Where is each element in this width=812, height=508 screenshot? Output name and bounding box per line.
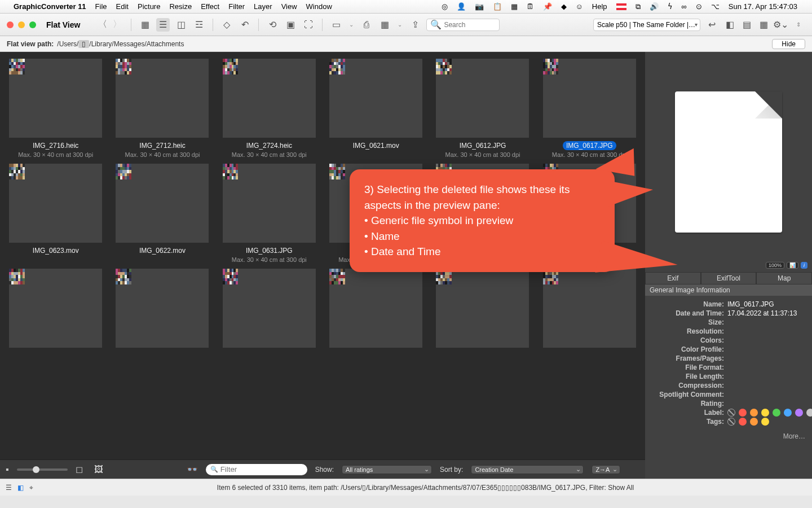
thumbnail-item[interactable]: IMG_0622.mov [111,164,213,263]
menu-effect[interactable]: Effect [201,2,219,11]
thumbnail-item[interactable]: IMG_0621.mov [325,59,427,158]
tag-color-dot[interactable] [761,418,769,426]
zoom-level-badge[interactable]: 100% [766,262,784,269]
filter-field[interactable]: 🔍 [206,464,307,475]
smiley-icon[interactable]: ☺ [576,2,583,11]
box-icon[interactable]: ▦ [511,2,518,11]
menu-file[interactable]: File [95,2,107,11]
thumbnail-item[interactable] [218,269,320,348]
label-color-dot[interactable] [784,409,792,417]
thumbnail-image[interactable] [9,59,102,138]
rotate-ccw-icon[interactable]: ↶ [238,18,251,32]
menu-window[interactable]: Window [306,2,332,11]
tag-color-dot[interactable] [739,418,747,426]
gear-dropdown-icon[interactable]: ⚙⌄ [774,18,787,32]
slideshow-icon[interactable]: ▣ [284,18,297,32]
list-view-icon[interactable]: ☰ [6,484,12,492]
thumbnail-image[interactable] [543,59,636,138]
pin-icon[interactable]: 📌 [543,2,552,11]
thumbnail-image[interactable] [9,164,102,243]
camera-icon[interactable]: 📷 [475,2,484,11]
label-color-dot[interactable] [761,409,769,417]
tag-color-picker[interactable] [727,418,769,426]
view-columns-button[interactable]: ◫ [174,18,188,32]
hierarchy-icon[interactable]: ⌖ [29,484,33,492]
label-color-dot[interactable] [750,409,758,417]
thumbnail-image[interactable] [116,269,209,348]
tag-diamond-icon[interactable]: ◆ [561,2,567,11]
toolbar-search[interactable]: 🔍 [426,19,500,31]
tab-map[interactable]: Map [756,272,812,284]
tag-icon[interactable]: ◇ [220,18,233,32]
view-icons-button[interactable]: ▦ [138,18,152,32]
dropdown-icon[interactable]: ⌄ [347,18,355,32]
label-color-dot[interactable] [773,409,780,417]
path-value[interactable]: /Users/▯/Library/Messages/Attachments [57,40,184,48]
thumbnail-filename[interactable]: IMG_0623.mov [29,246,82,255]
calendar-icon[interactable]: 🗓 [527,2,534,11]
play-icon[interactable]: ⊙ [696,2,702,11]
thumbnail-item[interactable] [539,269,641,348]
control-center-icon[interactable]: ⌥ [711,2,720,11]
show-selector[interactable]: All ratings [342,465,432,474]
flag-icon[interactable] [616,3,626,10]
thumbnail-item[interactable] [325,269,427,348]
menu-filter[interactable]: Filter [228,2,245,11]
infinity-icon[interactable]: ∞ [682,2,687,11]
thumbnail-item[interactable] [5,269,107,348]
status-circles-icon[interactable]: ◎ [442,2,448,11]
thumbnail-filename[interactable]: IMG_0622.mov [136,246,189,255]
thumbnail-filename[interactable]: IMG_2716.heic [29,141,82,150]
dropdown-icon-2[interactable]: ⌄ [396,18,404,32]
clipboard-icon[interactable]: 📋 [493,2,502,11]
zoom-out-icon[interactable]: ▪ [6,465,9,475]
info-icon[interactable]: i [801,262,807,269]
thumbnail-item[interactable]: IMG_2716.heicMax. 30 × 40 cm at 300 dpi [5,59,107,158]
rotate-left-icon[interactable]: ⟲ [266,18,279,32]
label-color-dot[interactable] [795,409,803,417]
picture-mode-icon[interactable]: 🖼 [94,465,103,475]
clock[interactable]: Sun 17. Apr 15:47:03 [729,2,797,11]
thumbnail-image[interactable] [116,164,209,243]
thumbnail-item[interactable]: IMG_2724.heicMax. 30 × 40 cm at 300 dpi [218,59,320,158]
thumbnail-image[interactable] [436,59,529,138]
thumbnail-image[interactable] [223,59,316,138]
sort-order-selector[interactable]: Z→A [592,465,620,474]
thumbnail-item[interactable]: IMG_0612.JPGMax. 30 × 40 cm at 300 dpi [431,59,533,158]
tag-color-dot[interactable] [750,418,758,426]
view-gallery-button[interactable]: ☲ [192,18,206,32]
thumbnail-filename[interactable]: IMG_0621.mov [350,141,403,150]
thumbnail-item[interactable]: IMG_0623.mov [5,164,107,263]
crop-icon[interactable]: ⛶ [302,18,315,32]
zoom-window-button[interactable] [29,21,36,28]
menu-resize[interactable]: Resize [169,2,192,11]
thumbnail-item[interactable] [431,269,533,348]
label-color-dot[interactable] [806,409,812,417]
tag-none[interactable] [727,418,735,426]
nav-forward-button[interactable]: 〉 [111,18,124,32]
share-icon[interactable]: ⇪ [408,18,422,32]
hide-path-button[interactable]: Hide [772,39,805,49]
revert-icon[interactable]: ↩ [705,18,718,32]
thumbnail-image[interactable] [543,269,636,348]
menu-view[interactable]: View [281,2,297,11]
grid-icon[interactable]: ▦ [378,18,391,32]
thumbnail-filename[interactable]: IMG_2712.heic [136,141,188,150]
app-name[interactable]: GraphicConverter 11 [14,2,86,11]
search-input[interactable] [444,21,496,29]
menu-edit[interactable]: Edit [116,2,129,11]
menu-layer[interactable]: Layer [254,2,272,11]
panel-left-icon[interactable]: ◧ [723,18,736,32]
sort-selector[interactable]: Creation Date [471,465,584,474]
thumbnail-image[interactable] [436,269,529,348]
thumbnail-image[interactable] [223,164,316,243]
thumbnail-filename[interactable]: IMG_0612.JPG [456,141,510,150]
print-icon[interactable]: ⎙ [360,18,373,32]
close-window-button[interactable] [7,21,14,28]
view-list-button[interactable]: ☰ [156,18,170,32]
thumbnail-image[interactable] [9,269,102,348]
thumbnail-item[interactable]: IMG_2712.heicMax. 30 × 40 cm at 300 dpi [111,59,213,158]
bolt-icon[interactable]: ϟ [668,2,673,11]
thumbnail-image[interactable] [116,59,209,138]
thumb-size-slider[interactable] [17,468,68,471]
